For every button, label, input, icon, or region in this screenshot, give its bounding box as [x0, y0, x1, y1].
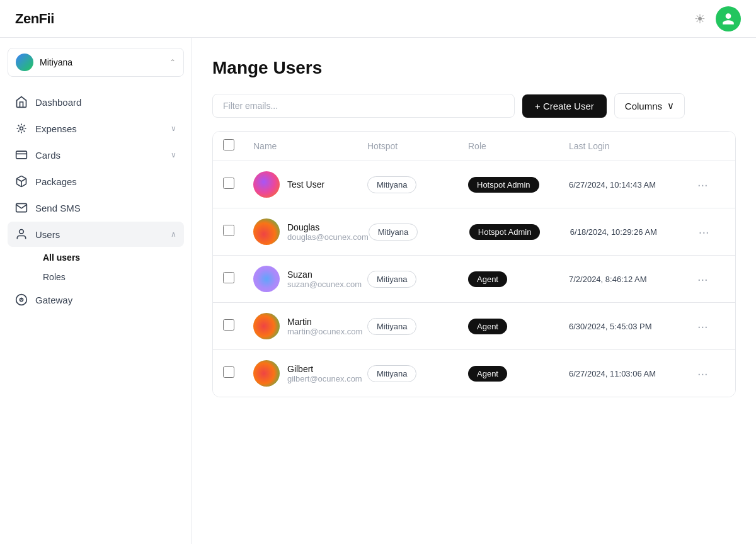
create-user-button[interactable]: + Create User: [522, 94, 607, 118]
table-body: Test User Mitiyana Hotspot Admin 6/27/20…: [213, 161, 735, 397]
toolbar: + Create User Columns ∨: [212, 93, 736, 118]
select-all-checkbox[interactable]: [223, 139, 234, 150]
last-login-1: 6/18/2024, 10:29:26 AM: [570, 227, 696, 237]
row-checkbox-cell: [223, 225, 253, 239]
gateway-label: Gateway: [35, 295, 176, 305]
table-row: Douglas douglas@ocunex.com Mitiyana Hots…: [213, 208, 735, 256]
filter-email-input[interactable]: [212, 94, 515, 118]
more-options-button-4[interactable]: ···: [695, 364, 711, 383]
org-name: Mitiyana: [40, 57, 163, 67]
users-icon: [15, 228, 28, 241]
sidebar-item-expenses[interactable]: Expenses ∨: [8, 116, 184, 141]
main-content: Mange Users + Create User Columns ∨ Name…: [192, 38, 756, 544]
users-table: Name Hotspot Role Last Login Test User M…: [212, 131, 736, 397]
col-role: Role: [468, 141, 569, 151]
org-avatar: [16, 54, 33, 71]
svg-rect-1: [16, 151, 27, 159]
last-login-4: 6/27/2024, 11:03:06 AM: [569, 369, 695, 378]
user-info-1: Douglas douglas@ocunex.com: [253, 218, 369, 245]
gateway-icon: [15, 293, 28, 306]
svg-point-0: [20, 127, 23, 130]
sidebar-item-gateway[interactable]: Gateway: [8, 287, 184, 312]
user-avatar-button[interactable]: [716, 6, 741, 31]
hotspot-badge-3: Mitiyana: [367, 318, 416, 335]
dashboard-label: Dashboard: [35, 97, 176, 108]
page-title: Mange Users: [212, 58, 736, 78]
sidebar-item-roles[interactable]: Roles: [35, 268, 184, 286]
user-name-2: Suzan: [287, 269, 362, 280]
role-badge-1: Hotspot Admin: [469, 224, 541, 240]
last-login-3: 6/30/2024, 5:45:03 PM: [569, 322, 695, 331]
user-avatar-2: [253, 266, 280, 292]
columns-chevron-icon: ∨: [667, 100, 674, 111]
user-info-0: Test User: [253, 171, 367, 198]
users-label: Users: [35, 229, 163, 240]
cards-label: Cards: [35, 150, 163, 161]
role-badge-2: Agent: [468, 271, 507, 287]
more-options-button-0[interactable]: ···: [695, 175, 711, 195]
hotspot-badge-0: Mitiyana: [367, 176, 416, 193]
user-icon: [721, 12, 735, 26]
cards-icon: [15, 149, 28, 161]
user-info-4: Gilbert gilbert@ocunex.com: [253, 360, 367, 387]
expenses-icon: [15, 122, 28, 135]
more-options-button-1[interactable]: ···: [696, 222, 712, 242]
user-avatar-3: [253, 313, 280, 339]
top-header: ZenFii ☀: [0, 0, 756, 38]
row-checkbox-2[interactable]: [223, 272, 234, 283]
row-checkbox-1[interactable]: [223, 225, 234, 236]
row-checkbox-cell: [223, 366, 253, 380]
user-info-2: Suzan suzan@ocunex.com: [253, 266, 367, 292]
user-avatar-4: [253, 360, 280, 387]
logo: ZenFii: [15, 11, 54, 27]
row-checkbox-cell: [223, 178, 253, 191]
hotspot-badge-2: Mitiyana: [367, 271, 416, 288]
user-email-1: douglas@ocunex.com: [287, 232, 369, 242]
table-row: Suzan suzan@ocunex.com Mitiyana Agent 7/…: [213, 256, 735, 303]
org-selector[interactable]: Mitiyana ⌃: [8, 48, 184, 77]
theme-toggle-icon[interactable]: ☀: [694, 11, 706, 26]
sidebar-nav: Dashboard Expenses ∨: [8, 89, 184, 312]
row-checkbox-3[interactable]: [223, 319, 234, 331]
sidebar-item-dashboard[interactable]: Dashboard: [8, 89, 184, 115]
table-row: Martin martin@ocunex.com Mitiyana Agent …: [213, 303, 735, 350]
user-email-4: gilbert@ocunex.com: [287, 374, 362, 383]
user-email-3: martin@ocunex.com: [287, 327, 362, 336]
svg-point-4: [20, 230, 24, 234]
hotspot-badge-4: Mitiyana: [367, 365, 416, 382]
users-submenu: All users Roles: [8, 248, 184, 286]
user-name-1: Douglas: [287, 222, 369, 232]
sidebar-item-all-users[interactable]: All users: [35, 248, 184, 267]
header-checkbox-cell: [223, 139, 253, 153]
more-options-button-2[interactable]: ···: [695, 269, 711, 289]
hotspot-badge-1: Mitiyana: [369, 224, 418, 241]
sidebar-item-send-sms[interactable]: Send SMS: [8, 195, 184, 220]
user-avatar-0: [253, 171, 280, 198]
user-email-2: suzan@ocunex.com: [287, 280, 362, 289]
sms-icon: [15, 201, 28, 214]
more-options-button-3[interactable]: ···: [695, 317, 711, 336]
last-login-0: 6/27/2024, 10:14:43 AM: [569, 180, 695, 190]
user-name-0: Test User: [287, 179, 324, 190]
header-right: ☀: [694, 6, 741, 31]
row-checkbox-0[interactable]: [223, 178, 234, 189]
columns-button[interactable]: Columns ∨: [614, 93, 685, 118]
sidebar-item-users[interactable]: Users ∧: [8, 222, 184, 247]
expenses-label: Expenses: [35, 123, 163, 134]
row-checkbox-cell: [223, 272, 253, 286]
col-hotspot: Hotspot: [367, 141, 468, 151]
table-row: Gilbert gilbert@ocunex.com Mitiyana Agen…: [213, 350, 735, 397]
expenses-chevron-icon: ∨: [171, 124, 176, 133]
sidebar-item-packages[interactable]: Packages: [8, 169, 184, 194]
role-badge-4: Agent: [468, 366, 507, 382]
col-name: Name: [253, 141, 367, 151]
sidebar-item-cards[interactable]: Cards ∨: [8, 142, 184, 167]
layout: Mitiyana ⌃ Dashboard: [0, 38, 756, 544]
user-name-3: Martin: [287, 317, 362, 327]
role-badge-3: Agent: [468, 319, 507, 334]
users-chevron-icon: ∧: [171, 230, 176, 239]
row-checkbox-4[interactable]: [223, 366, 234, 378]
col-last-login: Last Login: [569, 141, 695, 151]
last-login-2: 7/2/2024, 8:46:12 AM: [569, 275, 695, 284]
packages-icon: [15, 175, 28, 188]
